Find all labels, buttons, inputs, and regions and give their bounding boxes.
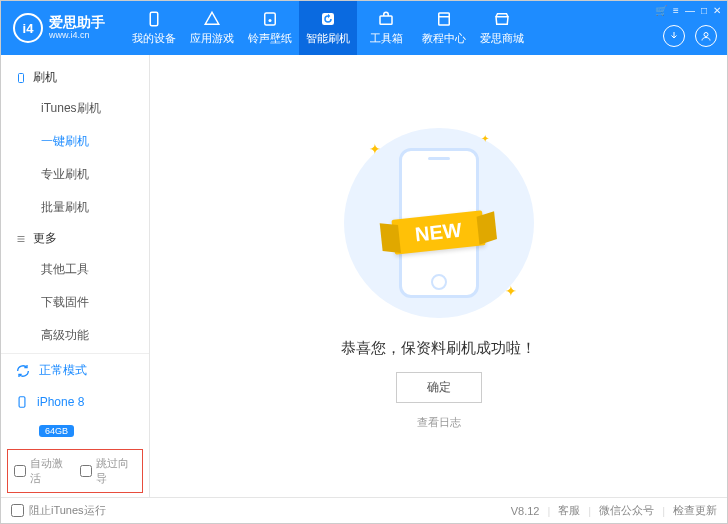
sidebar-item-other-tools[interactable]: 其他工具 (1, 253, 149, 286)
close-button[interactable]: ✕ (713, 5, 721, 16)
mode-label: 正常模式 (39, 362, 87, 379)
wechat-link[interactable]: 微信公众号 (599, 503, 654, 518)
tab-ringtones[interactable]: 铃声壁纸 (241, 1, 299, 55)
cart-icon[interactable]: 🛒 (655, 5, 667, 16)
tab-label: 我的设备 (132, 31, 176, 46)
app-logo: i4 爱思助手 www.i4.cn (1, 13, 117, 43)
svg-rect-5 (439, 13, 450, 25)
refresh-icon (319, 10, 337, 28)
phone-icon (15, 72, 27, 84)
apps-icon (203, 10, 221, 28)
device-icon (145, 10, 163, 28)
phone-icon (15, 395, 29, 409)
flash-options: 自动激活 跳过向导 (7, 449, 143, 493)
checkbox-label: 自动激活 (30, 456, 70, 486)
tab-label: 智能刷机 (306, 31, 350, 46)
app-url: www.i4.cn (49, 31, 105, 41)
menu-icon[interactable]: ≡ (673, 5, 679, 16)
app-header: i4 爱思助手 www.i4.cn 我的设备 应用游戏 铃声壁纸 智能刷机 工具… (1, 1, 727, 55)
update-link[interactable]: 检查更新 (673, 503, 717, 518)
auto-activate-checkbox[interactable]: 自动激活 (14, 456, 70, 486)
download-icon (668, 30, 680, 42)
sidebar-item-pro-flash[interactable]: 专业刷机 (1, 158, 149, 191)
success-illustration: ✦ ✦ ✦ NEW (339, 123, 539, 323)
device-info[interactable]: iPhone 8 64GB (1, 387, 149, 445)
sidebar-category-flash: 刷机 (1, 63, 149, 92)
support-link[interactable]: 客服 (558, 503, 580, 518)
music-icon (261, 10, 279, 28)
status-bar: 阻止iTunes运行 V8.12 | 客服 | 微信公众号 | 检查更新 (1, 497, 727, 523)
tab-my-device[interactable]: 我的设备 (125, 1, 183, 55)
tab-label: 应用游戏 (190, 31, 234, 46)
tab-toolbox[interactable]: 工具箱 (357, 1, 415, 55)
category-title: 刷机 (33, 69, 57, 86)
header-actions (663, 25, 717, 47)
tab-shop[interactable]: 爱思商城 (473, 1, 531, 55)
device-mode[interactable]: 正常模式 (1, 354, 149, 387)
svg-rect-4 (380, 16, 392, 24)
checkbox-label: 跳过向导 (96, 456, 136, 486)
checkbox-input[interactable] (80, 465, 92, 477)
success-message: 恭喜您，保资料刷机成功啦！ (341, 339, 536, 358)
block-itunes-label: 阻止iTunes运行 (29, 503, 106, 518)
tab-label: 工具箱 (370, 31, 403, 46)
tab-label: 爱思商城 (480, 31, 524, 46)
checkbox-input[interactable] (14, 465, 26, 477)
tab-flash[interactable]: 智能刷机 (299, 1, 357, 55)
svg-point-7 (704, 33, 708, 37)
device-name: iPhone 8 (37, 395, 84, 409)
download-button[interactable] (663, 25, 685, 47)
view-log-link[interactable]: 查看日志 (417, 415, 461, 430)
version-label: V8.12 (511, 505, 540, 517)
skip-guide-checkbox[interactable]: 跳过向导 (80, 456, 136, 486)
svg-point-2 (269, 19, 272, 22)
tab-tutorials[interactable]: 教程中心 (415, 1, 473, 55)
sidebar-category-more: 更多 (1, 224, 149, 253)
user-button[interactable] (695, 25, 717, 47)
svg-rect-12 (19, 397, 25, 408)
sync-icon (15, 363, 31, 379)
main-content: ✦ ✦ ✦ NEW 恭喜您，保资料刷机成功啦！ 确定 查看日志 (150, 55, 727, 497)
window-controls: 🛒 ≡ — □ ✕ (655, 5, 721, 16)
block-itunes-checkbox[interactable] (11, 504, 24, 517)
user-icon (700, 30, 712, 42)
book-icon (435, 10, 453, 28)
storage-badge: 64GB (39, 425, 74, 437)
main-tabs: 我的设备 应用游戏 铃声壁纸 智能刷机 工具箱 教程中心 爱思商城 (125, 1, 531, 55)
svg-rect-8 (19, 73, 24, 82)
sidebar-item-download-firmware[interactable]: 下载固件 (1, 286, 149, 319)
app-name: 爱思助手 (49, 15, 105, 30)
tab-label: 铃声壁纸 (248, 31, 292, 46)
svg-rect-0 (150, 12, 158, 26)
tab-label: 教程中心 (422, 31, 466, 46)
sidebar-item-advanced[interactable]: 高级功能 (1, 319, 149, 352)
toolbox-icon (377, 10, 395, 28)
sidebar-item-oneclick-flash[interactable]: 一键刷机 (1, 125, 149, 158)
ok-button[interactable]: 确定 (396, 372, 482, 403)
sidebar-item-batch-flash[interactable]: 批量刷机 (1, 191, 149, 224)
category-title: 更多 (33, 230, 57, 247)
shop-icon (493, 10, 511, 28)
tab-apps[interactable]: 应用游戏 (183, 1, 241, 55)
minimize-button[interactable]: — (685, 5, 695, 16)
list-icon (15, 233, 27, 245)
sidebar-item-itunes-flash[interactable]: iTunes刷机 (1, 92, 149, 125)
maximize-button[interactable]: □ (701, 5, 707, 16)
logo-icon: i4 (13, 13, 43, 43)
sidebar: 刷机 iTunes刷机 一键刷机 专业刷机 批量刷机 更多 其他工具 下载固件 … (1, 55, 150, 497)
